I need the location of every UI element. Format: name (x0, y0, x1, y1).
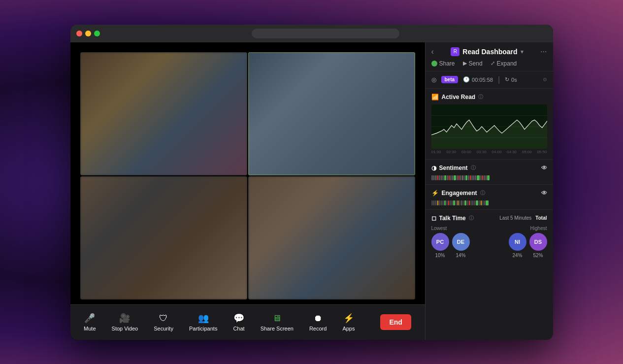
engagement-title-row: ⚡ Engagement ⓘ 👁 (431, 190, 547, 197)
settings-icon[interactable]: ⚙ (543, 77, 547, 82)
sentiment-icon: ◑ (431, 165, 436, 171)
highest-pcts: 24% 52% (509, 253, 547, 258)
apps-button[interactable]: ⚡ Apps (342, 313, 355, 331)
record-label: Record (309, 326, 327, 331)
pct-ds: 52% (529, 253, 547, 258)
engagement-info-icon: ⓘ (480, 190, 485, 197)
video-cell-3 (80, 176, 247, 299)
engagement-icon: ⚡ (431, 190, 439, 197)
refresh-icon: ↻ (505, 76, 509, 83)
mute-button[interactable]: 🎤 Mute (84, 313, 96, 331)
video-area: 🎤 Mute 🎥 Stop Video 🛡 Security 👥 Partici… (70, 42, 425, 340)
pct-pc: 10% (431, 253, 449, 258)
minimize-button[interactable] (85, 31, 91, 36)
title-bar (70, 25, 553, 42)
video-grid (70, 42, 425, 304)
active-read-chart (431, 104, 547, 149)
chart-label-7: 05:50 (537, 150, 547, 154)
share-button[interactable]: Share (431, 60, 455, 67)
chart-label-6: 05:00 (522, 150, 532, 154)
chart-label-1: 02:30 (446, 150, 456, 154)
share-label: Share (439, 60, 455, 67)
chevron-down-icon[interactable]: ▾ (521, 48, 524, 55)
pct-ni: 24% (509, 253, 526, 258)
video-feed-4 (248, 176, 415, 299)
timer-value: 00:05:58 (472, 77, 493, 83)
sentiment-eye-icon[interactable]: 👁 (541, 165, 547, 171)
sidebar: ‹ R Read Dashboard ▾ ··· Share ▶ (425, 42, 553, 340)
sentiment-bar (431, 175, 547, 180)
sidebar-actions: Share ▶ Send ⤢ Expand (431, 60, 547, 67)
back-arrow[interactable]: ‹ (431, 47, 434, 56)
end-button[interactable]: End (380, 314, 411, 330)
chat-icon: 💬 (233, 313, 244, 324)
send-label: Send (469, 60, 483, 67)
sidebar-nav: ‹ R Read Dashboard ▾ ··· (431, 47, 547, 56)
talk-time-section: ◻ Talk Time ⓘ Last 5 Minutes Total Lowes… (426, 210, 553, 262)
apps-icon: ⚡ (343, 313, 354, 324)
close-button[interactable] (76, 31, 82, 36)
avatar-de: DE (452, 233, 470, 251)
participants-label: Participants (189, 326, 217, 331)
video-feed-2 (248, 52, 415, 175)
video-icon: 🎥 (119, 313, 130, 324)
url-bar[interactable] (252, 29, 399, 38)
shield-icon: 🛡 (159, 313, 168, 324)
chart-label-4: 04:00 (492, 150, 501, 154)
avatar-ni: NI (509, 233, 526, 251)
expand-button[interactable]: ⤢ Expand (491, 60, 517, 67)
video-cell-4 (248, 176, 415, 299)
chart-label-3: 03:30 (477, 150, 487, 154)
participants-button[interactable]: 👥 Participants (189, 313, 217, 331)
record-button[interactable]: ⏺ Record (309, 313, 327, 331)
chart-labels: 01:30 02:30 03:00 03:30 04:00 04:30 05:0… (431, 149, 547, 155)
timer2-value: 0s (511, 77, 517, 83)
lowest-group: Lowest PC DE 10% 14% (431, 226, 470, 258)
stop-video-button[interactable]: 🎥 Stop Video (112, 313, 138, 331)
share-screen-button[interactable]: 🖥 Share Screen (261, 313, 294, 331)
clock-icon: 🕐 (463, 76, 470, 83)
talk-time-header: ◻ Talk Time ⓘ Last 5 Minutes Total (431, 215, 547, 222)
share-screen-label: Share Screen (261, 326, 294, 331)
expand-icon: ⤢ (491, 60, 495, 66)
app-window: 🎤 Mute 🎥 Stop Video 🛡 Security 👥 Partici… (70, 25, 553, 340)
engagement-bar (431, 200, 547, 205)
active-read-label: Active Read (442, 94, 476, 100)
toolbar: 🎤 Mute 🎥 Stop Video 🛡 Security 👥 Partici… (70, 304, 425, 340)
engagement-label: Engagement (442, 190, 477, 197)
wifi-icon: 📶 (431, 94, 439, 100)
talk-time-content: Lowest PC DE 10% 14% Highest (431, 226, 547, 258)
avatar-ds: DS (529, 233, 547, 251)
mute-label: Mute (84, 326, 96, 331)
send-button[interactable]: ▶ Send (463, 60, 483, 67)
video-cell-1 (80, 52, 247, 175)
highest-avatars: NI DS (509, 233, 547, 251)
tab-last-5[interactable]: Last 5 Minutes (499, 215, 531, 221)
more-options-button[interactable]: ··· (540, 47, 547, 56)
talk-time-title: ◻ Talk Time ⓘ (431, 215, 474, 222)
active-read-info-icon: ⓘ (478, 94, 483, 100)
chat-button[interactable]: 💬 Chat (233, 313, 244, 331)
engagement-eye-icon[interactable]: 👁 (541, 190, 547, 197)
security-button[interactable]: 🛡 Security (154, 313, 173, 331)
participants-icon: 👥 (198, 313, 209, 324)
security-label: Security (154, 326, 173, 331)
sidebar-title: Read Dashboard (462, 48, 517, 56)
chart-label-5: 04:30 (507, 150, 517, 154)
maximize-button[interactable] (94, 31, 100, 36)
send-icon: ▶ (463, 60, 467, 66)
sentiment-section: ◑ Sentiment ⓘ 👁 (426, 160, 553, 185)
traffic-lights (76, 31, 100, 36)
sidebar-header: ‹ R Read Dashboard ▾ ··· Share ▶ (426, 42, 553, 71)
sentiment-label: Sentiment (439, 165, 468, 171)
tab-total[interactable]: Total (535, 215, 547, 221)
beta-row: ◎ beta 🕐 00:05:58 | ↻ 0s ⚙ (426, 71, 553, 89)
talk-time-label: Talk Time (439, 215, 466, 222)
beta-badge: beta (441, 76, 459, 83)
title-bar-center (104, 29, 547, 38)
pct-de: 14% (452, 253, 470, 258)
video-feed-1 (80, 52, 247, 175)
video-cell-2 (248, 52, 415, 175)
chart-label-0: 01:30 (431, 150, 441, 154)
lowest-avatars: PC DE (431, 233, 470, 251)
